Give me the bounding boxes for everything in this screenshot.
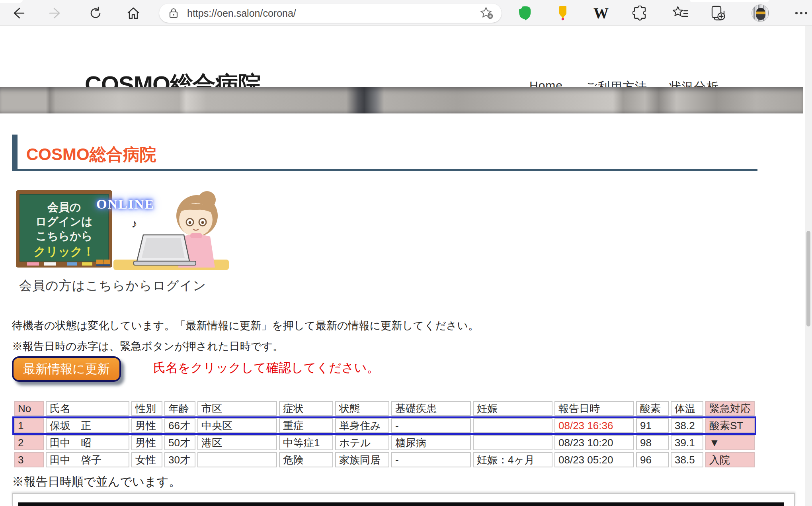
cell-sex: 女性 (131, 452, 162, 467)
bottom-content-box (12, 493, 795, 506)
member-login-banner[interactable]: 会員の ログインは こちらから クリック！ ♪ ONLIN (12, 188, 229, 272)
cell-emergency: 酸素ST (705, 418, 755, 433)
favorites-button[interactable] (671, 4, 689, 22)
refresh-icon (89, 6, 102, 20)
cell-city: 港区 (197, 435, 277, 450)
section-accent-bar (12, 135, 18, 171)
cell-symptom: 危険 (279, 452, 333, 467)
svg-text:クリック！: クリック！ (34, 245, 95, 258)
hero-image (0, 87, 803, 113)
tab-bottom-hint (690, 0, 769, 2)
patient-name-link[interactable]: 田中 昭 (46, 435, 129, 450)
scrollbar-thumb[interactable] (806, 231, 810, 326)
cell-oxygen: 98 (636, 435, 669, 450)
col-header-reported: 報告日時 (554, 401, 634, 416)
back-button[interactable] (8, 4, 27, 23)
puzzle-piece-icon (632, 6, 648, 21)
url-text: https://oen.salon/corona/ (187, 8, 480, 19)
collections-icon (710, 6, 726, 21)
notice-line1: 待機者の状態は変化しています。「最新情報に更新」を押して最新の情報に更新してくだ… (12, 318, 479, 333)
site-header: COSMO総合病院 Home ご利用方法 状況分析 (0, 26, 803, 87)
col-header-emergency: 緊急対応 (705, 401, 755, 416)
cell-temp: 38.5 (671, 452, 703, 467)
patient-name-link[interactable]: 田中 啓子 (46, 452, 129, 467)
svg-text:ログインは: ログインは (35, 215, 92, 228)
svg-text:こちらから: こちらから (35, 230, 92, 242)
login-caption: 会員の方はこちらからログイン (19, 277, 206, 295)
lock-icon (169, 8, 178, 19)
cell-no: 3 (14, 452, 44, 467)
cell-oxygen: 96 (636, 452, 669, 467)
forward-button[interactable] (46, 4, 65, 23)
col-header-sex: 性別 (131, 401, 162, 416)
svg-text:♪: ♪ (131, 217, 137, 230)
table-header-row: No氏名性別年齢市区症状状態基礎疾患妊娠報告日時酸素体温緊急対応 (14, 401, 755, 416)
patient-table: No氏名性別年齢市区症状状態基礎疾患妊娠報告日時酸素体温緊急対応 1保坂 正男性… (12, 399, 757, 469)
col-header-status: 状態 (335, 401, 389, 416)
toolbar-divider (661, 7, 661, 20)
more-menu-button[interactable] (792, 4, 810, 22)
browser-toolbar: https://oen.salon/corona/ W (0, 0, 812, 26)
cell-age: 30才 (164, 452, 195, 467)
refresh-info-button[interactable]: 最新情報に更新 (12, 356, 121, 382)
highlighter-extension-button[interactable] (554, 4, 572, 22)
col-header-pregnancy: 妊娠 (473, 401, 552, 416)
profile-avatar[interactable] (751, 4, 769, 22)
extensions-button[interactable] (631, 4, 649, 22)
refresh-button[interactable] (86, 4, 105, 23)
cell-reported: 08/23 16:36 (554, 418, 634, 433)
cell-status: 家族同居 (335, 452, 389, 467)
cell-pregnancy (473, 435, 552, 450)
home-button[interactable] (124, 4, 143, 23)
cell-pregnancy (473, 418, 552, 433)
col-header-oxygen: 酸素 (636, 401, 669, 416)
cell-disease: - (391, 452, 471, 467)
col-header-name: 氏名 (46, 401, 129, 416)
cell-disease: 糖尿病 (391, 435, 471, 450)
bottom-embedded-image (18, 502, 784, 506)
home-icon (127, 6, 140, 20)
svg-text:会員の: 会員の (47, 201, 81, 213)
cell-no: 2 (14, 435, 44, 450)
add-favorite-icon[interactable] (480, 7, 494, 20)
section-heading-block: COSMO総合病院 (12, 135, 757, 171)
col-header-no: No (14, 401, 44, 416)
cell-sex: 男性 (131, 435, 162, 450)
cell-sex: 男性 (131, 418, 162, 433)
evernote-extension-button[interactable] (516, 4, 534, 22)
wikipedia-extension-button[interactable]: W (592, 4, 610, 22)
cell-city (197, 452, 277, 467)
page-scrollbar[interactable] (805, 26, 812, 506)
cell-reported: 08/23 10:20 (554, 435, 634, 450)
click-name-hint: 氏名をクリックして確認してください。 (153, 359, 379, 376)
cell-no: 1 (14, 418, 44, 433)
patient-row: 2田中 昭男性50才港区中等症1ホテル糖尿病 08/23 10:209839.1… (14, 435, 755, 450)
col-header-disease: 基礎疾患 (391, 401, 471, 416)
cell-status: 単身住み (335, 418, 389, 433)
cell-temp: 38.2 (671, 418, 703, 433)
collections-button[interactable] (709, 4, 727, 22)
tab-bottom-hint (0, 0, 23, 3)
cell-status: ホテル (335, 435, 389, 450)
cell-age: 66才 (164, 418, 195, 433)
cell-city: 中央区 (197, 418, 277, 433)
more-menu-icon (795, 12, 798, 14)
notice-line2: ※報告日時の赤字は、緊急ボタンが押された日時です。 (12, 339, 283, 354)
patient-row: 1保坂 正男性66才中央区重症単身住み- 08/23 16:369138.2酸素… (14, 418, 755, 433)
favorites-star-icon (672, 6, 688, 20)
cell-temp: 39.1 (671, 435, 703, 450)
cell-symptom: 重症 (279, 418, 333, 433)
col-header-symptom: 症状 (279, 401, 333, 416)
cell-disease: - (391, 418, 471, 433)
back-icon (11, 6, 25, 20)
patient-name-link[interactable]: 保坂 正 (46, 418, 129, 433)
cell-reported: 08/23 05:20 (554, 452, 634, 467)
table-footnote: ※報告日時順で並んでいます。 (12, 474, 181, 490)
evernote-elephant-icon (518, 6, 532, 21)
section-title: COSMO総合病院 (26, 143, 156, 166)
address-bar[interactable]: https://oen.salon/corona/ (159, 4, 502, 23)
cell-emergency: ▼ (705, 435, 755, 450)
forward-icon (49, 6, 62, 20)
cell-oxygen: 91 (636, 418, 669, 433)
col-header-age: 年齢 (164, 401, 195, 416)
